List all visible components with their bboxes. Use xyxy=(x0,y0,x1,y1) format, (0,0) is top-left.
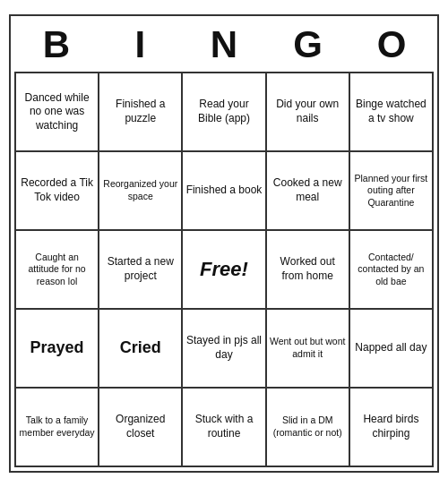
bingo-cell-18[interactable]: Went out but wont admit it xyxy=(266,309,349,388)
bingo-letter-i: I xyxy=(99,20,183,70)
bingo-letter-g: G xyxy=(266,20,350,70)
bingo-cell-5[interactable]: Recorded a Tik Tok video xyxy=(15,151,99,230)
bingo-cell-8[interactable]: Cooked a new meal xyxy=(266,151,349,230)
bingo-cell-0[interactable]: Danced while no one was watching xyxy=(15,73,99,151)
bingo-letter-n: N xyxy=(182,20,266,70)
bingo-cell-19[interactable]: Napped all day xyxy=(349,309,433,388)
bingo-cell-7[interactable]: Finished a book xyxy=(182,151,265,230)
bingo-cell-23[interactable]: Slid in a DM (romantic or not) xyxy=(266,388,349,466)
bingo-cell-14[interactable]: Contacted/ contacted by an old bae xyxy=(349,230,433,309)
bingo-header: BINGO xyxy=(14,20,434,70)
bingo-cell-10[interactable]: Caught an attitude for no reason lol xyxy=(15,230,99,309)
bingo-cell-13[interactable]: Worked out from home xyxy=(266,230,349,309)
bingo-cell-22[interactable]: Stuck with a routine xyxy=(182,388,265,466)
bingo-cell-15[interactable]: Prayed xyxy=(15,309,99,388)
bingo-cell-11[interactable]: Started a new project xyxy=(99,230,182,309)
bingo-cell-4[interactable]: Binge watched a tv show xyxy=(349,73,433,151)
bingo-grid: Danced while no one was watchingFinished… xyxy=(14,72,434,467)
bingo-cell-2[interactable]: Read your Bible (app) xyxy=(182,73,265,151)
bingo-cell-17[interactable]: Stayed in pjs all day xyxy=(182,309,265,388)
bingo-letter-o: O xyxy=(349,20,434,70)
bingo-cell-6[interactable]: Reorganized your space xyxy=(99,151,182,230)
bingo-cell-3[interactable]: Did your own nails xyxy=(266,73,349,151)
bingo-cell-12[interactable]: Free! xyxy=(182,230,265,309)
bingo-letter-b: B xyxy=(14,20,99,70)
bingo-card: BINGO Danced while no one was watchingFi… xyxy=(9,14,439,473)
bingo-cell-1[interactable]: Finished a puzzle xyxy=(99,73,182,151)
bingo-cell-16[interactable]: Cried xyxy=(99,309,182,388)
bingo-cell-20[interactable]: Talk to a family member everyday xyxy=(15,388,99,466)
bingo-cell-21[interactable]: Organized closet xyxy=(99,388,182,466)
bingo-cell-9[interactable]: Planned your first outing after Quaranti… xyxy=(349,151,433,230)
bingo-cell-24[interactable]: Heard birds chirping xyxy=(349,388,433,466)
